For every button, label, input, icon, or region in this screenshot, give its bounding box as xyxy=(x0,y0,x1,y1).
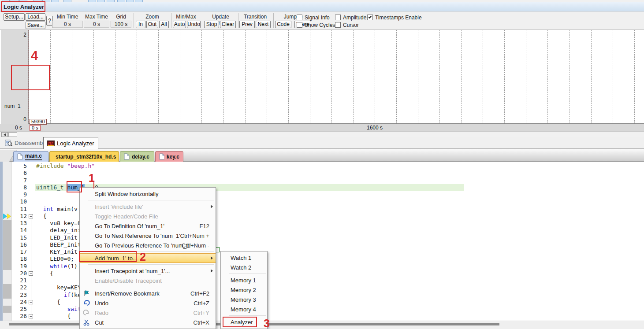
menu-item-label: Undo xyxy=(95,300,108,307)
grid-line xyxy=(223,30,224,124)
fold-collapse-box[interactable]: − xyxy=(29,300,33,304)
clear-button[interactable]: Clear xyxy=(220,21,236,28)
minmax-undo-button[interactable]: Undo xyxy=(187,21,201,28)
menu-separator xyxy=(88,200,214,200)
tab-startup-s[interactable]: startup_stm32f10x_hd.s xyxy=(49,151,119,162)
menu-item-go-to-definition-of-num-1[interactable]: Go To Definition Of 'num_1'F12 xyxy=(80,221,216,231)
line-number: 18 xyxy=(12,255,27,262)
code-text: switc xyxy=(36,306,85,313)
menu-shortcut: Ctrl+X xyxy=(194,319,209,326)
file-icon xyxy=(159,153,164,160)
update-screen-label: Update Screen xyxy=(204,14,237,20)
timeline-ruler[interactable] xyxy=(0,124,644,131)
menu-item-label: Cut xyxy=(95,319,104,326)
cursor-checkbox[interactable] xyxy=(335,22,341,28)
timeline-tick-label: 1600 s xyxy=(361,125,388,131)
amplitude-checkbox[interactable] xyxy=(335,15,341,20)
analyzer-scroll-thumb[interactable] xyxy=(8,132,17,137)
zoom-all-button[interactable]: All xyxy=(159,21,169,28)
fold-collapse-box[interactable]: − xyxy=(29,214,33,218)
tab-main-c[interactable]: main.c xyxy=(13,151,48,162)
menu-item-label: Enable/Disable Tracepoint xyxy=(95,277,162,284)
line-number: 8 xyxy=(12,184,27,191)
annotation-step-3: 3 xyxy=(264,317,270,329)
cut-icon xyxy=(83,319,91,326)
submenu-item-memory-1[interactable]: Memory 1 xyxy=(221,275,267,285)
line-number: 7 xyxy=(12,177,27,184)
submenu-item-memory-2[interactable]: Memory 2 xyxy=(221,285,267,295)
load-button[interactable]: Load... xyxy=(26,13,45,21)
submenu-arrow-icon xyxy=(211,269,213,273)
menu-item-insert-tracepoint-at-num-1[interactable]: Insert Tracepoint at 'num_1'... xyxy=(80,266,216,276)
menu-item-split-window-horizontally[interactable]: Split Window horizontally xyxy=(80,189,216,199)
annotation-box-signal xyxy=(11,65,50,90)
code-line-5[interactable]: 5#include "beep.h" xyxy=(0,163,644,170)
tab-logic-analyzer[interactable]: Logic Analyzer xyxy=(43,137,98,149)
setup-button[interactable]: Setup... xyxy=(4,13,25,21)
menu-item-undo[interactable]: UndoCtrl+Z xyxy=(80,298,216,308)
next-button[interactable]: Next xyxy=(256,21,271,28)
minmax-auto-button[interactable]: Auto xyxy=(173,21,186,28)
line-number: 22 xyxy=(12,284,27,291)
code-text: LED0=0; xyxy=(36,255,74,262)
tab-key-c[interactable]: key.c xyxy=(155,151,183,162)
code-text: { xyxy=(36,313,71,320)
menu-item-go-to-previous-reference-to-num-1[interactable]: Go To Previous Reference To 'num_1'Ctrl+… xyxy=(80,240,216,250)
zoom-out-button[interactable]: Out xyxy=(146,21,158,28)
timeline-origin-label: 0 s xyxy=(4,125,22,131)
line-number: 25 xyxy=(12,306,27,313)
prev-button[interactable]: Prev xyxy=(239,21,255,28)
line-number: 12 xyxy=(12,213,27,220)
menu-item-label: Go To Next Reference To 'num_1' xyxy=(95,233,180,239)
line-number: 6 xyxy=(12,170,27,177)
line-number: 13 xyxy=(12,220,27,227)
save-button[interactable]: Save... xyxy=(26,22,45,29)
fold-collapse-box[interactable]: − xyxy=(29,271,33,276)
annotation-box-analyzer xyxy=(223,317,257,327)
menu-item-label: Go To Previous Reference To 'num_1' xyxy=(95,242,191,249)
signal-name[interactable]: num_1 xyxy=(4,103,21,109)
submenu-item-memory-3[interactable]: Memory 3 xyxy=(221,295,267,304)
menu-separator xyxy=(229,274,266,274)
stop-button[interactable]: Stop xyxy=(204,21,219,28)
grid-line xyxy=(50,30,51,124)
line-number: 21 xyxy=(12,277,27,284)
zoom-in-button[interactable]: In xyxy=(136,21,145,28)
menu-item-go-to-next-reference-to-num-1[interactable]: Go To Next Reference To 'num_1'Ctrl+Num … xyxy=(80,231,216,240)
tab-logic-analyzer-label: Logic Analyzer xyxy=(57,140,94,147)
line-number: 16 xyxy=(12,241,27,248)
menu-item-label: Memory 4 xyxy=(231,306,256,313)
fold-collapse-box[interactable]: − xyxy=(29,314,33,318)
jump-code-button[interactable]: Code xyxy=(275,21,291,28)
analyzer-hscrollbar[interactable] xyxy=(0,131,644,137)
tab-main-c-label: main.c xyxy=(25,153,42,160)
menu-item-insert-remove-bookmark[interactable]: Insert/Remove BookmarkCtrl+F2 xyxy=(80,288,216,298)
menu-item-cut[interactable]: CutCtrl+X xyxy=(80,318,216,327)
min-time-value: 0 s xyxy=(52,21,83,28)
menu-item-label: Watch 2 xyxy=(231,264,251,271)
submenu-item-watch-1[interactable]: Watch 1 xyxy=(221,253,267,262)
code-line-7[interactable]: 7 xyxy=(0,177,644,185)
code-line-6[interactable]: 6 xyxy=(0,170,644,177)
tab-delay-c[interactable]: delay.c xyxy=(120,151,154,162)
y-axis-max: 2 xyxy=(9,32,26,38)
menu-item-label: Memory 3 xyxy=(231,296,256,303)
minmax-group-label: Min/Max xyxy=(173,14,199,20)
code-text: LED_Init xyxy=(36,234,78,241)
submenu-item-memory-4[interactable]: Memory 4 xyxy=(221,304,267,314)
signal-info-checkbox[interactable] xyxy=(297,15,302,20)
line-number: 15 xyxy=(12,234,27,241)
undo-icon xyxy=(83,299,91,307)
grid-line xyxy=(288,30,289,124)
show-cycles-checkbox[interactable] xyxy=(297,22,302,28)
view-tab-bar: Disassembly Logic Analyzer xyxy=(0,137,644,149)
grid-line xyxy=(137,30,137,124)
annotation-step-2: 2 xyxy=(140,251,146,263)
timestamps-enable-checkbox[interactable] xyxy=(367,15,373,20)
scroll-left-button[interactable] xyxy=(1,132,8,137)
grid-line xyxy=(613,30,613,124)
redo-icon xyxy=(83,309,91,316)
submenu-item-watch-2[interactable]: Watch 2 xyxy=(221,262,267,272)
grid-line xyxy=(180,30,180,124)
max-time-label: Max Time xyxy=(84,14,109,20)
